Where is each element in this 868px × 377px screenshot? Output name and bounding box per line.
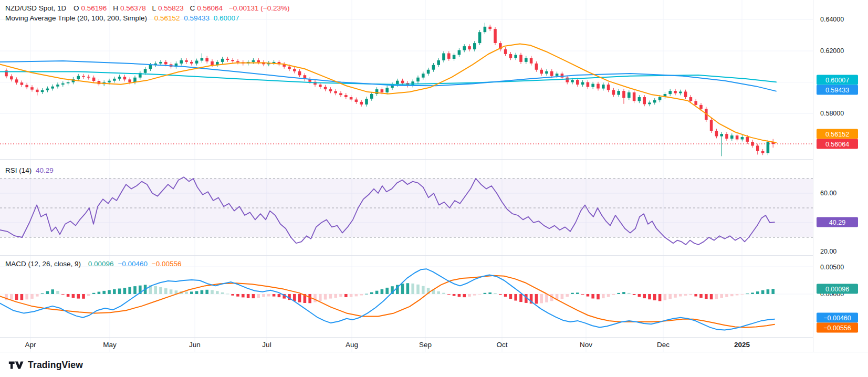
time-axis-label: Aug xyxy=(346,341,358,349)
symbol-title: NZD/USD Spot, 1D xyxy=(5,4,66,12)
axis-label: 20.00 xyxy=(820,248,836,255)
axis-price-badge: −0.00556 xyxy=(817,323,858,333)
time-axis-label: Nov xyxy=(580,341,592,349)
axis-label: 60.00 xyxy=(820,190,836,197)
ma20-value: 0.56152 xyxy=(154,14,180,22)
ma200-value: 0.60007 xyxy=(214,14,239,22)
time-axis-label: Jul xyxy=(262,341,271,349)
macd-legend-title: MACD (12, 26, close, 9) xyxy=(5,260,81,268)
axis-price-badge: 0.60007 xyxy=(817,75,858,85)
axis-price-badge: 0.56152 xyxy=(817,129,858,139)
ohlc-close: C0.56064 xyxy=(190,4,225,12)
ohlc-open: O0.56196 xyxy=(74,4,109,12)
axis-label: 0.64000 xyxy=(820,16,844,23)
axis-price-badge: 0.56064 xyxy=(817,139,858,149)
macd-legend[interactable]: MACD (12, 26, close, 9) 0.00096 −0.00460… xyxy=(5,260,184,268)
time-axis-label: Oct xyxy=(496,341,507,349)
rsi-value: 40.29 xyxy=(36,166,54,174)
time-axis-label: 2025 xyxy=(734,341,750,349)
ma-legend[interactable]: Moving Average Triple (20, 100, 200, Sim… xyxy=(5,14,242,22)
time-axis-label: Dec xyxy=(657,341,670,349)
axis-label: 0.62000 xyxy=(820,47,844,55)
tradingview-logo[interactable]: TradingView xyxy=(8,360,83,371)
axis-price-badge: −0.00460 xyxy=(817,313,858,323)
ohlc-high: H0.56378 xyxy=(113,4,148,12)
macd-line-value: −0.00460 xyxy=(118,260,148,268)
tradingview-glyph-icon xyxy=(8,360,24,371)
time-axis-label: Sep xyxy=(419,341,432,349)
rsi-legend[interactable]: RSI (14) 40.29 xyxy=(5,166,56,174)
price-change: −0.00131 (−0.23%) xyxy=(229,4,290,12)
ma100-value: 0.59433 xyxy=(184,14,210,22)
time-axis-label: Jun xyxy=(189,341,201,349)
ma-legend-title: Moving Average Triple (20, 100, 200, Sim… xyxy=(5,14,147,22)
axis-label: 0.58000 xyxy=(820,110,844,117)
axis-price-badge: 40.29 xyxy=(817,217,858,227)
time-axis-label: May xyxy=(103,341,117,349)
macd-hist-value: 0.00096 xyxy=(88,260,114,268)
rsi-legend-title: RSI (14) xyxy=(5,166,32,174)
symbol-legend[interactable]: NZD/USD Spot, 1D O0.56196 H0.56378 L0.55… xyxy=(5,4,291,12)
ohlc-low: L0.55823 xyxy=(152,4,185,12)
macd-signal-value: −0.00556 xyxy=(152,260,182,268)
time-axis-label: Apr xyxy=(25,341,36,349)
chart-canvas[interactable] xyxy=(0,0,868,377)
axis-label: 0.00500 xyxy=(820,264,844,271)
axis-price-badge: 0.59433 xyxy=(817,85,858,95)
axis-price-badge: 0.00096 xyxy=(817,284,858,294)
brand-name: TradingView xyxy=(28,360,83,371)
tradingview-chart-window: NZD/USD Spot, 1D O0.56196 H0.56378 L0.55… xyxy=(0,0,868,377)
